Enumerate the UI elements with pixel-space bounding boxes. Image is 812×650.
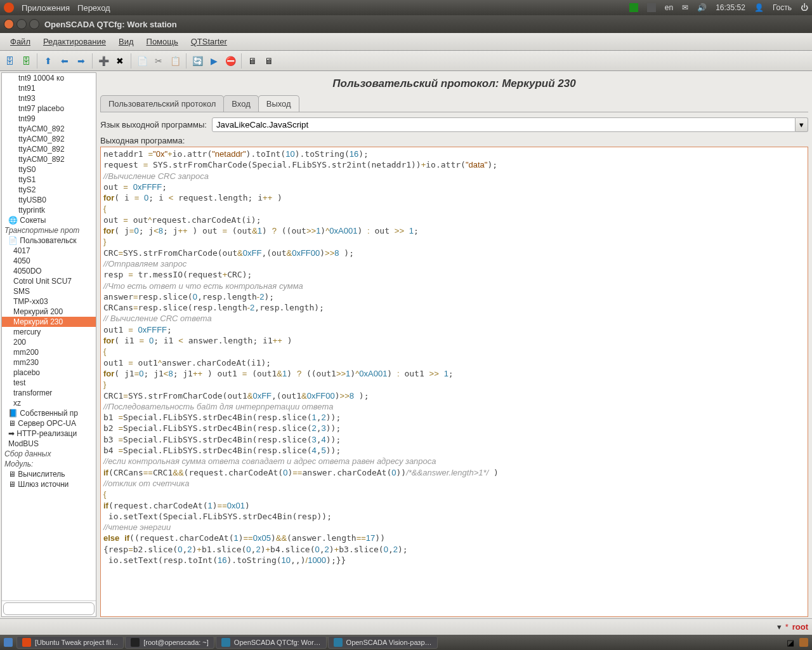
- tree-userproto[interactable]: 📄 Пользовательск: [2, 235, 96, 246]
- status-dropdown-icon[interactable]: ▾: [777, 622, 782, 632]
- system-taskbar: [Ubuntu Tweak project fil… [root@opensca…: [0, 635, 812, 650]
- nav-tree[interactable]: tnt9 10004 ко tnt91 tnt93 tnt97 placebo …: [1, 72, 96, 617]
- tree-item[interactable]: ttyUSB0: [2, 195, 96, 205]
- tab-output[interactable]: Выход: [258, 95, 299, 112]
- tab-userproto[interactable]: Пользовательский протокол: [100, 95, 224, 112]
- window-close-button[interactable]: [4, 19, 14, 29]
- item-add-icon[interactable]: ➕: [96, 54, 110, 68]
- tree-item[interactable]: mm200: [2, 347, 96, 357]
- lang-combobox[interactable]: [212, 117, 796, 132]
- task-item[interactable]: [Ubuntu Tweak project fil…: [16, 636, 124, 649]
- tree-item[interactable]: tnt9 10004 ко: [2, 73, 96, 83]
- tree-item[interactable]: SMS: [2, 286, 96, 296]
- menu-go[interactable]: Переход: [77, 3, 110, 13]
- tree-ownproto[interactable]: 📘 Собственный пр: [2, 408, 96, 418]
- trash-icon[interactable]: [799, 638, 808, 647]
- task-item[interactable]: OpenSCADA QTCfg: Wor…: [216, 636, 327, 649]
- statusbar: ▾ * root: [0, 618, 812, 635]
- db-load-icon[interactable]: 🗄: [3, 54, 16, 68]
- task-item[interactable]: [root@openscada: ~]: [125, 636, 214, 649]
- tree-datacollect[interactable]: Сбор данных: [2, 449, 96, 459]
- tree-calc[interactable]: 🖥 Вычислитель: [2, 469, 96, 479]
- tree-item[interactable]: tnt99: [2, 114, 96, 124]
- tree-item[interactable]: placebo: [2, 368, 96, 378]
- tree-item[interactable]: TMP-xx03: [2, 296, 96, 307]
- clock[interactable]: 16:35:52: [716, 3, 745, 12]
- vnc-icon[interactable]: [629, 3, 638, 12]
- menu-qtstarter[interactable]: QTStarter: [185, 34, 233, 49]
- copy-icon: 📄: [135, 54, 149, 68]
- code-editor[interactable]: netaddr1 ="0x"+io.attr("netaddr").toInt(…: [100, 147, 808, 617]
- tree-item[interactable]: 4050: [2, 256, 96, 266]
- app-toolbar: 🗄 🗄 ⬆ ⬅ ➡ ➕ ✖ 📄 ✂ 📋 🔄 ▶ ⛔ 🖥 🖥: [0, 51, 812, 71]
- tree-item[interactable]: Cotrol Unit SCU7: [2, 276, 96, 286]
- nav-up-icon[interactable]: ⬆: [41, 54, 55, 68]
- tree-item[interactable]: ttyS2: [2, 185, 96, 195]
- tree-item[interactable]: mm230: [2, 357, 96, 368]
- tree-item[interactable]: ttyprintk: [2, 205, 96, 215]
- tree-http[interactable]: ➡ HTTP-реализаци: [2, 428, 96, 439]
- run-icon[interactable]: ▶: [207, 54, 221, 68]
- keyboard-icon[interactable]: [647, 3, 656, 12]
- tree-item[interactable]: ttyACM0_892: [2, 134, 96, 144]
- tree-item[interactable]: ttyACM0_892: [2, 124, 96, 134]
- task-item[interactable]: OpenSCADA Vision-разр…: [328, 636, 438, 649]
- tree-transport[interactable]: Транспортные прот: [2, 225, 96, 235]
- tree-item[interactable]: ttyS0: [2, 164, 96, 175]
- tree-item[interactable]: 4017: [2, 246, 96, 256]
- lang-indicator[interactable]: en: [665, 3, 673, 12]
- tree-item[interactable]: tnt93: [2, 93, 96, 103]
- volume-icon[interactable]: 🔊: [697, 3, 707, 12]
- system-topbar: Приложения Переход en ✉ 🔊 16:35:52 👤 Гос…: [0, 0, 812, 15]
- tree-item[interactable]: tnt91: [2, 83, 96, 93]
- tree-item[interactable]: 200: [2, 337, 96, 347]
- tree-item[interactable]: xz: [2, 398, 96, 408]
- tree-modbus[interactable]: ModBUS: [2, 439, 96, 449]
- tree-item[interactable]: tnt97 placebo: [2, 103, 96, 114]
- tree-item[interactable]: transformer: [2, 388, 96, 398]
- stop-icon[interactable]: ⛔: [223, 54, 237, 68]
- tree-item-selected[interactable]: Меркурий 230: [2, 317, 96, 327]
- show-desktop-icon[interactable]: [4, 638, 13, 647]
- lang-dropdown-button[interactable]: ▾: [796, 117, 808, 132]
- tree-sockets[interactable]: 🌐 Сокеты: [2, 215, 96, 225]
- window-titlebar: OpenSCADA QTCfg: Work station: [0, 15, 812, 33]
- page-title: Пользовательский протокол: Меркурий 230: [100, 75, 808, 95]
- tree-filter-input[interactable]: [3, 602, 95, 615]
- tree-item[interactable]: Меркурий 200: [2, 307, 96, 317]
- status-user[interactable]: root: [792, 622, 808, 632]
- item-del-icon[interactable]: ✖: [113, 54, 127, 68]
- menu-help[interactable]: Помощь: [140, 34, 185, 49]
- nav-back-icon[interactable]: ⬅: [58, 54, 72, 68]
- power-icon[interactable]: ⏻: [801, 3, 808, 12]
- lang-label: Язык выходной программы:: [100, 120, 207, 129]
- tab-bar: Пользовательский протокол Вход Выход: [100, 95, 808, 112]
- menu-edit[interactable]: Редактирование: [37, 34, 112, 49]
- tree-item[interactable]: ttyACM0_892: [2, 144, 96, 154]
- menu-view[interactable]: Вид: [112, 34, 140, 49]
- tab-input[interactable]: Вход: [223, 95, 258, 112]
- program-label: Выходная программа:: [100, 136, 808, 145]
- user-icon[interactable]: 👤: [754, 3, 764, 12]
- window-title: OpenSCADA QTCfg: Work station: [44, 20, 177, 29]
- user-label[interactable]: Гость: [773, 3, 792, 12]
- workspace-switcher-icon[interactable]: ◪: [787, 638, 796, 647]
- tree-item[interactable]: mercury: [2, 327, 96, 337]
- menu-file[interactable]: Файл: [4, 34, 37, 49]
- mail-icon[interactable]: ✉: [682, 3, 688, 12]
- tree-opcua[interactable]: 🖥 Сервер OPC-UA: [2, 418, 96, 428]
- tree-item[interactable]: ttyACM0_892: [2, 154, 96, 164]
- refresh-icon[interactable]: 🔄: [190, 54, 204, 68]
- module1-icon[interactable]: 🖥: [246, 54, 259, 68]
- db-save-icon[interactable]: 🗄: [19, 54, 33, 68]
- window-minimize-button[interactable]: [16, 19, 27, 29]
- nav-forward-icon[interactable]: ➡: [74, 54, 88, 68]
- tree-gate[interactable]: 🖥 Шлюз источни: [2, 479, 96, 489]
- ubuntu-logo-icon[interactable]: [4, 3, 14, 13]
- module2-icon[interactable]: 🖥: [262, 54, 276, 68]
- tree-item[interactable]: 4050DO: [2, 266, 96, 276]
- window-maximize-button[interactable]: [29, 19, 39, 29]
- menu-applications[interactable]: Приложения: [22, 3, 70, 13]
- tree-item[interactable]: test: [2, 378, 96, 388]
- tree-item[interactable]: ttyS1: [2, 175, 96, 185]
